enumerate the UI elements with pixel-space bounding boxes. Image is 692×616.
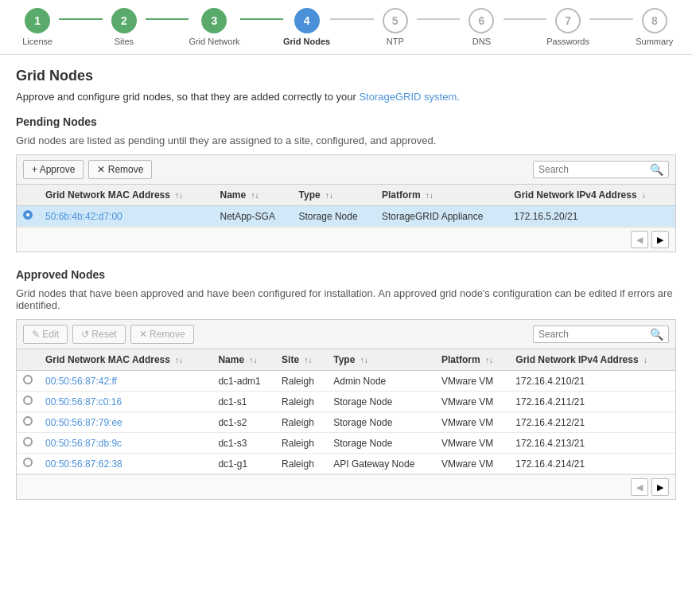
pending-sort-mac[interactable]: ↑↓ (175, 191, 183, 200)
approved-sort-platform[interactable]: ↑↓ (485, 356, 493, 365)
approved-row-mac: 00:50:56:87:db:9c (39, 433, 212, 454)
approved-sort-ipv4[interactable]: ↓ (643, 356, 647, 365)
pending-row-type: Storage Node (293, 206, 375, 227)
pending-search-input[interactable] (538, 164, 650, 175)
approved-search-icon[interactable]: 🔍 (650, 328, 663, 341)
mac-link[interactable]: 00:50:56:87:db:9c (45, 438, 122, 449)
mac-link[interactable]: 00:50:56:87:62:38 (45, 458, 122, 470)
mac-link[interactable]: 50:6b:4b:42:d7:00 (45, 211, 122, 222)
approved-row-type: API Gateway Node (327, 454, 435, 474)
step-4[interactable]: 4 Grid Nodes (283, 8, 330, 46)
step-circle-5: 5 (383, 8, 408, 33)
step-3[interactable]: 3 Grid Network (189, 8, 239, 46)
pending-prev-page[interactable]: ◀ (631, 231, 648, 248)
pending-row-radio[interactable] (17, 206, 39, 227)
approved-row-type: Storage Node (327, 392, 435, 412)
approved-row-radio[interactable] (17, 392, 39, 412)
page-title: Grid Nodes (16, 68, 676, 84)
connector-7-8 (589, 18, 632, 20)
step-5[interactable]: 5 NTP (374, 8, 417, 46)
pending-col-ipv4[interactable]: Grid Network IPv4 Address ↓ (507, 185, 675, 206)
pending-sort-type[interactable]: ↑↓ (325, 191, 333, 200)
pending-sort-platform[interactable]: ↑↓ (426, 191, 433, 200)
reset-button[interactable]: ↺ Reset (72, 325, 126, 344)
approved-row-name: dc1-s2 (212, 412, 275, 433)
edit-button[interactable]: ✎ Edit (23, 325, 68, 344)
step-circle-1: 1 (25, 8, 50, 33)
approved-col-site[interactable]: Site ↑↓ (275, 349, 327, 371)
approved-table-row[interactable]: 00:50:56:87:c0:16 dc1-s1 Raleigh Storage… (17, 392, 675, 412)
approved-row-mac: 00:50:56:87:79:ee (39, 412, 212, 433)
connector-3-4 (240, 18, 283, 20)
pending-col-name[interactable]: Name ↑↓ (214, 185, 293, 206)
approved-prev-page[interactable]: ◀ (631, 478, 648, 496)
approved-next-page[interactable]: ▶ (651, 478, 669, 496)
approved-table-row[interactable]: 00:50:56:87:62:38 dc1-g1 Raleigh API Gat… (17, 454, 675, 474)
approved-nodes-description: Grid nodes that have been approved and h… (16, 287, 676, 311)
approved-table-row[interactable]: 00:50:56:87:db:9c dc1-s3 Raleigh Storage… (17, 433, 675, 454)
pending-col-mac[interactable]: Grid Network MAC Address ↑↓ (39, 185, 214, 206)
pending-row-ipv4: 172.16.5.20/21 (507, 206, 675, 227)
step-7[interactable]: 7 Passwords (546, 8, 589, 46)
pending-col-platform[interactable]: Platform ↑↓ (375, 185, 507, 206)
approved-row-platform: VMware VM (435, 454, 509, 474)
mac-link[interactable]: 00:50:56:87:c0:16 (45, 396, 122, 407)
approved-row-radio[interactable] (17, 454, 39, 474)
pending-table-header: Grid Network MAC Address ↑↓ Name ↑↓ Type… (17, 185, 675, 206)
approved-table-header: Grid Network MAC Address ↑↓ Name ↑↓ Site… (17, 349, 675, 371)
approved-row-radio[interactable] (17, 371, 39, 392)
approved-row-site: Raleigh (275, 371, 327, 392)
step-1[interactable]: 1 License (16, 8, 59, 46)
approved-search-input[interactable] (538, 329, 650, 340)
pending-sort-name[interactable]: ↑↓ (251, 191, 259, 200)
pending-col-type[interactable]: Type ↑↓ (293, 185, 375, 206)
step-label-1: License (22, 37, 52, 46)
approved-row-radio[interactable] (17, 433, 39, 454)
page-description: Approve and configure grid nodes, so tha… (16, 91, 676, 103)
mac-link[interactable]: 00:50:56:87:79:ee (45, 417, 122, 428)
step-8[interactable]: 8 Summary (633, 8, 676, 46)
approved-sort-site[interactable]: ↑↓ (304, 356, 312, 365)
connector-4-5 (330, 18, 373, 20)
approved-row-site: Raleigh (275, 433, 327, 454)
approved-remove-button[interactable]: ✕ Remove (130, 325, 194, 344)
pending-search-box: 🔍 (533, 161, 669, 178)
storagegrid-link[interactable]: StorageGRID system. (359, 91, 459, 103)
approved-row-name: dc1-s1 (212, 392, 275, 412)
step-2[interactable]: 2 Sites (103, 8, 146, 46)
pending-row-platform: StorageGRID Appliance (375, 206, 507, 227)
approved-col-type[interactable]: Type ↑↓ (327, 349, 435, 371)
approved-row-radio[interactable] (17, 412, 39, 433)
approve-button[interactable]: + Approve (23, 160, 84, 179)
pending-search-icon[interactable]: 🔍 (650, 163, 663, 176)
step-label-4: Grid Nodes (283, 37, 330, 46)
step-circle-3: 3 (201, 8, 227, 33)
radio-indicator (23, 375, 33, 384)
pending-sort-ipv4[interactable]: ↓ (642, 191, 646, 200)
pending-table-row[interactable]: 50:6b:4b:42:d7:00 NetApp-SGA Storage Nod… (17, 206, 675, 227)
approved-sort-mac[interactable]: ↑↓ (175, 356, 183, 365)
approved-pagination: ◀ ▶ (17, 474, 675, 499)
main-content: Grid Nodes Approve and configure grid no… (0, 55, 692, 528)
approved-sort-type[interactable]: ↑↓ (360, 356, 368, 365)
approved-nodes-table: Grid Network MAC Address ↑↓ Name ↑↓ Site… (17, 349, 675, 474)
pending-remove-button[interactable]: ✕ Remove (88, 160, 152, 179)
approved-table-row[interactable]: 00:50:56:87:79:ee dc1-s2 Raleigh Storage… (17, 412, 675, 433)
pending-next-page[interactable]: ▶ (651, 231, 669, 248)
step-label-8: Summary (636, 37, 673, 46)
approved-col-mac[interactable]: Grid Network MAC Address ↑↓ (39, 349, 212, 371)
radio-indicator (23, 416, 33, 426)
wizard-steps: 1 License 2 Sites 3 Grid Network 4 Grid … (0, 0, 692, 55)
mac-link[interactable]: 00:50:56:87:42:ff (45, 376, 117, 387)
step-6[interactable]: 6 DNS (460, 8, 503, 46)
approved-sort-name[interactable]: ↑↓ (249, 356, 257, 365)
approved-toolbar-left: ✎ Edit ↺ Reset ✕ Remove (23, 325, 194, 344)
step-label-6: DNS (472, 37, 491, 46)
connector-6-7 (503, 18, 546, 20)
approved-col-ipv4[interactable]: Grid Network IPv4 Address ↓ (509, 349, 675, 371)
approved-col-name[interactable]: Name ↑↓ (212, 349, 275, 371)
approved-col-platform[interactable]: Platform ↑↓ (435, 349, 509, 371)
pending-pagination: ◀ ▶ (17, 227, 675, 251)
approved-row-ipv4: 172.16.4.213/21 (509, 433, 675, 454)
approved-table-row[interactable]: 00:50:56:87:42:ff dc1-adm1 Raleigh Admin… (17, 371, 675, 392)
